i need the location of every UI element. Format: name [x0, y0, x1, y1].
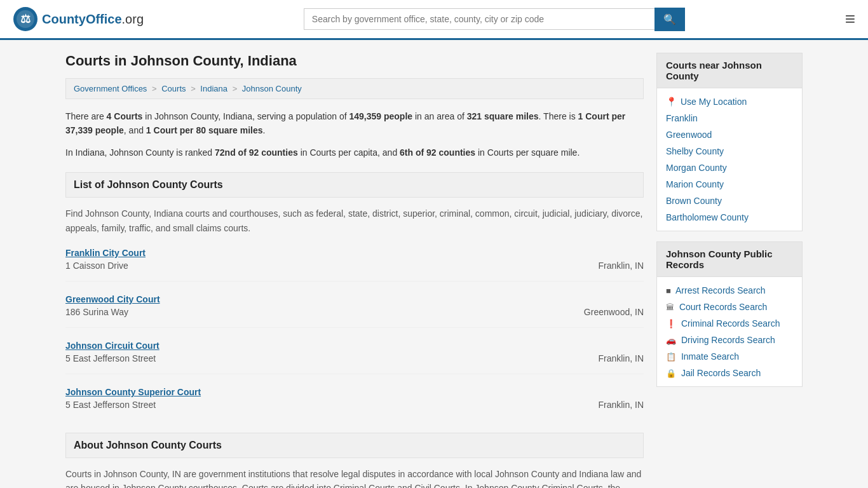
criminal-icon: ❗	[666, 319, 676, 329]
driving-records-item: 🚗 Driving Records Search	[657, 332, 802, 348]
courts-list: Franklin City Court 1 Caisson Drive Fran…	[65, 248, 644, 420]
court-icon: 🏛	[666, 302, 674, 312]
logo[interactable]: ⚖ CountyOffice.org	[13, 6, 144, 32]
sidebar-link-greenwood: Greenwood	[657, 126, 802, 143]
inmate-icon: 📋	[666, 352, 676, 362]
page-title: Courts in Johnson County, Indiana	[65, 53, 644, 69]
court-name-greenwood[interactable]: Greenwood City Court	[65, 294, 644, 304]
ranking-text: In Indiana, Johnson County is ranked 72n…	[65, 146, 644, 159]
search-button[interactable]: 🔍	[654, 8, 685, 31]
court-location-superior: Franklin, IN	[598, 400, 644, 410]
inmate-search-link[interactable]: 📋 Inmate Search	[666, 351, 739, 362]
search-input[interactable]	[304, 8, 654, 30]
court-entry-superior: Johnson County Superior Court 5 East Jef…	[65, 387, 644, 420]
criminal-records-link[interactable]: ❗ Criminal Records Search	[666, 318, 780, 329]
breadcrumb: Government Offices > Courts > Indiana > …	[65, 78, 644, 99]
arrest-icon: ■	[666, 286, 671, 295]
main-container: Courts in Johnson County, Indiana Govern…	[53, 40, 815, 488]
public-records-header: Johnson County Public Records	[657, 242, 802, 277]
court-records-link[interactable]: 🏛 Court Records Search	[666, 302, 767, 312]
court-address-circuit: 5 East Jefferson Street	[65, 353, 156, 363]
arrest-records-item: ■ Arrest Records Search	[657, 282, 802, 299]
court-entry-greenwood: Greenwood City Court 186 Surina Way Gree…	[65, 294, 644, 328]
courts-near-list: 📍 Use My Location Franklin Greenwood She…	[657, 88, 802, 231]
breadcrumb-johnson-county[interactable]: Johnson County	[242, 84, 302, 93]
courts-near-box: Courts near Johnson County 📍 Use My Loca…	[656, 53, 803, 231]
court-location-franklin: Franklin, IN	[598, 261, 644, 271]
court-address-franklin: 1 Caisson Drive	[65, 261, 128, 271]
arrest-records-link[interactable]: ■ Arrest Records Search	[666, 285, 766, 295]
inmate-search-item: 📋 Inmate Search	[657, 348, 802, 365]
list-section-header: List of Johnson County Courts	[65, 172, 644, 198]
sidebar-link-marion: Marion County	[657, 176, 802, 193]
criminal-records-item: ❗ Criminal Records Search	[657, 315, 802, 332]
about-section-header: About Johnson County Courts	[65, 433, 644, 458]
content-area: Courts in Johnson County, Indiana Govern…	[65, 53, 644, 488]
logo-icon: ⚖	[13, 6, 38, 32]
breadcrumb-indiana[interactable]: Indiana	[200, 84, 227, 93]
sidebar-link-franklin: Franklin	[657, 110, 802, 126]
jail-records-item: 🔒 Jail Records Search	[657, 365, 802, 381]
courts-near-header: Courts near Johnson County	[657, 53, 802, 88]
breadcrumb-government-offices[interactable]: Government Offices	[74, 84, 147, 93]
list-section-description: Find Johnson County, Indiana courts and …	[65, 207, 644, 235]
logo-text: CountyOffice.org	[42, 12, 144, 27]
court-address-greenwood: 186 Surina Way	[65, 307, 128, 317]
court-location-greenwood: Greenwood, IN	[584, 307, 644, 317]
breadcrumb-courts[interactable]: Courts	[161, 84, 186, 93]
site-header: ⚖ CountyOffice.org 🔍 ≡	[0, 0, 868, 40]
sidebar: Courts near Johnson County 📍 Use My Loca…	[656, 53, 803, 488]
location-pin-icon: 📍	[666, 97, 677, 107]
court-name-superior[interactable]: Johnson County Superior Court	[65, 387, 644, 397]
sidebar-link-brown: Brown County	[657, 193, 802, 209]
court-name-circuit[interactable]: Johnson Circuit Court	[65, 341, 644, 351]
public-records-box: Johnson County Public Records ■ Arrest R…	[656, 241, 803, 387]
court-address-superior: 5 East Jefferson Street	[65, 400, 156, 410]
court-location-circuit: Franklin, IN	[598, 353, 644, 363]
use-location-link[interactable]: 📍 Use My Location	[666, 97, 793, 107]
court-records-item: 🏛 Court Records Search	[657, 299, 802, 315]
public-records-list: ■ Arrest Records Search 🏛 Court Records …	[657, 277, 802, 386]
court-entry-franklin: Franklin City Court 1 Caisson Drive Fran…	[65, 248, 644, 281]
driving-records-link[interactable]: 🚗 Driving Records Search	[666, 335, 775, 345]
hamburger-menu-button[interactable]: ≡	[845, 9, 855, 29]
sidebar-link-bartholomew: Bartholomew County	[657, 209, 802, 226]
sidebar-link-morgan: Morgan County	[657, 159, 802, 176]
court-name-franklin[interactable]: Franklin City Court	[65, 248, 644, 258]
about-section: About Johnson County Courts Courts in Jo…	[65, 433, 644, 488]
sidebar-link-shelby: Shelby County	[657, 143, 802, 159]
jail-icon: 🔒	[666, 369, 676, 378]
driving-icon: 🚗	[666, 336, 676, 345]
search-bar: 🔍	[304, 8, 685, 31]
jail-records-link[interactable]: 🔒 Jail Records Search	[666, 368, 761, 378]
court-entry-circuit: Johnson Circuit Court 5 East Jefferson S…	[65, 341, 644, 374]
svg-text:⚖: ⚖	[20, 13, 31, 25]
use-location-item: 📍 Use My Location	[657, 93, 802, 110]
about-text: Courts in Johnson County, IN are governm…	[65, 467, 644, 488]
intro-text: There are 4 Courts in Johnson County, In…	[65, 109, 644, 138]
